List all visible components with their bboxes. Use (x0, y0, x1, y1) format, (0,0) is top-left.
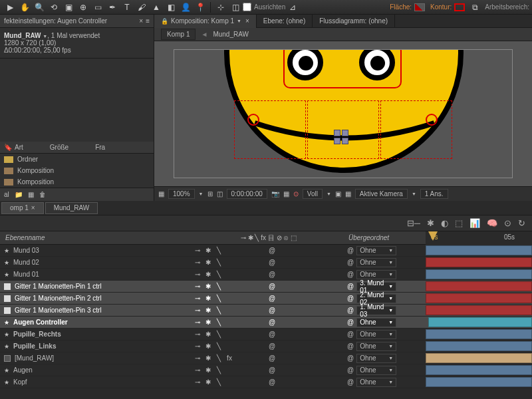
track-row[interactable] (426, 305, 532, 317)
search2-icon[interactable]: ⊙ (504, 218, 511, 228)
track-row[interactable] (426, 352, 532, 364)
layer-bar[interactable] (426, 257, 532, 267)
pickwhip-icon[interactable]: @ (347, 366, 354, 374)
panel-menu-icon[interactable]: ≡ (146, 17, 150, 25)
switches-cell[interactable]: ⊸✱╲@ (193, 366, 344, 374)
tab-flussdiagramm[interactable]: Flussdiagramm: (ohne) (313, 15, 395, 28)
brain-icon[interactable]: 🧠 (487, 218, 497, 228)
parent-dropdown[interactable]: Ohne▼ (356, 354, 396, 363)
toggle-icon[interactable]: ▣ (335, 190, 341, 198)
switches-cell[interactable]: ⊸✱╲@ (193, 331, 344, 338)
selection-tool-icon[interactable]: ▶ (3, 1, 17, 13)
snap-icon[interactable]: ⊿ (285, 1, 300, 13)
channel-icon[interactable]: ⊙ (293, 190, 299, 198)
track-row[interactable] (426, 376, 532, 388)
composition-viewer[interactable] (154, 41, 532, 186)
switches-cell[interactable]: ⊸✱╲@ (193, 247, 344, 254)
track-row[interactable] (426, 340, 532, 352)
layer-bar[interactable] (426, 329, 532, 339)
layer-bar[interactable] (426, 293, 532, 303)
link-icon[interactable]: ⧉ (467, 1, 482, 13)
layer-bar[interactable] (426, 353, 532, 363)
bpc-icon[interactable]: ▦ (28, 191, 34, 198)
project-item[interactable]: Ordner (0, 154, 154, 165)
track-row[interactable] (426, 281, 532, 293)
switches-cell[interactable]: ⊸✱╲@ (193, 271, 344, 278)
project-item[interactable]: Komposition (0, 176, 154, 188)
switches-cell[interactable]: ⊸✱╲@ (193, 295, 344, 302)
track-row[interactable] (426, 257, 532, 269)
pen-tool-icon[interactable]: ✒ (105, 1, 120, 13)
zoom-dropdown[interactable]: 100% (168, 189, 195, 199)
panel-close-icon[interactable]: × (139, 17, 143, 25)
time-ruler[interactable]: 0s 05s (426, 231, 532, 245)
parent-dropdown[interactable]: Ohne▼ (356, 378, 396, 387)
blur-icon[interactable]: ◐ (441, 218, 448, 228)
layer-bar[interactable] (428, 317, 532, 327)
pickwhip-icon[interactable]: @ (347, 354, 354, 362)
fill-swatch[interactable] (414, 3, 425, 11)
align-checkbox[interactable] (243, 3, 251, 11)
grid2-icon[interactable]: ▦ (345, 190, 351, 198)
motion-icon[interactable]: ⬚ (455, 218, 463, 228)
shape-tool-icon[interactable]: ▭ (90, 1, 105, 13)
tab-komposition[interactable]: 🔒Komposition: Komp 1▼× (154, 15, 257, 28)
pickwhip-icon[interactable]: @ (347, 342, 354, 350)
show-icon[interactable]: ▦ (283, 190, 289, 198)
rotate-tool-icon[interactable]: ⟲ (47, 1, 61, 13)
graph-icon[interactable]: 📊 (469, 218, 480, 228)
eyes-controller-rect[interactable] (283, 49, 402, 88)
res-icon[interactable]: ⊞ (207, 190, 213, 198)
views-dropdown[interactable]: 1 Ans. (420, 189, 448, 199)
track-row[interactable] (426, 293, 532, 305)
parent-dropdown[interactable]: Ohne▼ (356, 270, 396, 279)
switches-cell[interactable]: ⊸✱╲@ (193, 283, 344, 290)
layer-bar[interactable] (426, 245, 532, 255)
switches-cell[interactable]: ⊸✱╲@ (193, 259, 344, 266)
timeline-tracks[interactable]: 0s 05s (426, 231, 532, 388)
track-row[interactable] (426, 317, 532, 329)
hand-tool-icon[interactable]: ✋ (17, 1, 32, 13)
parent-dropdown[interactable]: Ohne▼ (356, 342, 396, 351)
zoom-tool-icon[interactable]: 🔍 (32, 1, 47, 13)
text-tool-icon[interactable]: T (120, 1, 134, 13)
switches-cell[interactable]: ⊸✱╲@ (193, 342, 344, 350)
switches-cell[interactable]: ⊸✱╲@ (193, 378, 344, 386)
axis-icon[interactable]: ⊹ (213, 1, 228, 13)
effect-panel-tab[interactable]: fekteinstellungen: Augen Controller × ≡ (0, 15, 154, 28)
brush-tool-icon[interactable]: 🖌 (134, 1, 149, 13)
pickwhip-icon[interactable]: @ (347, 283, 354, 290)
draft-icon[interactable]: ✱ (427, 218, 434, 228)
breadcrumb-komp[interactable]: Komp 1 (161, 29, 196, 40)
pickwhip-icon[interactable]: @ (347, 319, 354, 326)
trash-icon[interactable]: 🗑 (39, 191, 46, 198)
anchor-tool-icon[interactable]: ⊕ (76, 1, 90, 13)
tree-icon[interactable]: ⊟─ (407, 218, 420, 228)
layer-bar[interactable] (426, 365, 532, 375)
stroke-swatch[interactable] (454, 3, 465, 11)
timeline-tab-komp[interactable]: omp 1 × (1, 202, 44, 214)
folder-icon[interactable]: 📁 (15, 191, 23, 198)
track-row[interactable] (426, 269, 532, 281)
breadcrumb-mund[interactable]: Mund_RAW (213, 31, 249, 38)
pin-tool-icon[interactable]: 📍 (193, 1, 207, 13)
parent-dropdown[interactable]: Ohne▼ (356, 246, 396, 255)
pickwhip-icon[interactable]: @ (347, 307, 354, 314)
grid-icon[interactable]: ▦ (158, 190, 164, 198)
layer-bar[interactable] (426, 341, 532, 351)
layer-bar[interactable] (426, 305, 532, 315)
camera-dropdown[interactable]: Aktive Kamera (355, 189, 408, 199)
timeline-tab-mund[interactable]: Mund_RAW (45, 202, 98, 214)
parent-dropdown[interactable]: Ohne▼ (356, 318, 396, 327)
refresh-icon[interactable]: ↻ (518, 218, 525, 228)
time-display[interactable]: 0:00:00:00 (227, 189, 267, 199)
stamp-tool-icon[interactable]: ▲ (149, 1, 164, 13)
track-row[interactable] (426, 245, 532, 257)
safe-icon[interactable]: ◫ (217, 190, 223, 198)
layer-bar[interactable] (426, 281, 532, 291)
parent-dropdown[interactable]: 2. Mund 02▼ (356, 294, 396, 303)
layer-bar[interactable] (426, 269, 532, 279)
parent-dropdown[interactable]: Ohne▼ (356, 258, 396, 267)
eraser-tool-icon[interactable]: ◧ (164, 1, 178, 13)
tab-ebene[interactable]: Ebene: (ohne) (257, 15, 313, 28)
